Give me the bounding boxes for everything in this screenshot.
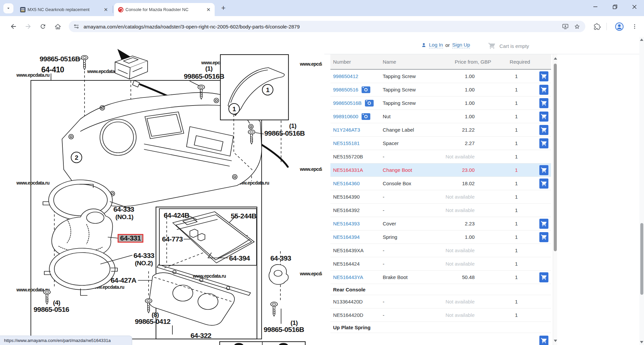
reload-button[interactable] [38, 22, 48, 31]
diagram-label: 64-773 [162, 235, 183, 243]
add-to-cart-button[interactable] [539, 112, 548, 122]
part-name-cell: - [380, 261, 443, 267]
browser-menu-icon[interactable] [630, 22, 639, 31]
part-number: NE5164392 [333, 207, 360, 213]
window-close-button[interactable] [625, 0, 644, 13]
scroll-down-arrow[interactable] [640, 341, 643, 343]
part-name-cell: - [380, 248, 443, 253]
add-to-cart-button[interactable] [539, 232, 548, 242]
table-row: NE5164420D-Not available1 [330, 308, 551, 322]
part-number-link[interactable]: 998650412 [333, 73, 358, 79]
table-row: NE5155181Spacer2.271 [330, 137, 551, 150]
required-cell: 1 [475, 181, 537, 186]
required-cell: 1 [475, 274, 537, 280]
part-number-cell: NE5164390 [330, 194, 380, 200]
home-button[interactable] [53, 22, 62, 31]
photo-icon[interactable] [365, 100, 374, 107]
add-to-cart-button[interactable] [539, 179, 548, 189]
part-number-link[interactable]: 998910600 [333, 114, 358, 119]
add-to-cart-button[interactable] [539, 138, 548, 148]
part-number-link[interactable]: NE5155181 [333, 140, 360, 146]
diagram-part-64-331-highlight[interactable]: 64-331 [118, 234, 143, 242]
extensions-icon[interactable] [592, 22, 602, 31]
table-row: NE5164393Cover2.231 [330, 217, 551, 230]
profile-avatar[interactable] [614, 22, 624, 31]
table-row: 998910600Nut1.001 [330, 110, 551, 123]
add-to-cart-button[interactable] [539, 98, 548, 108]
required-cell: 1 [475, 312, 537, 318]
part-number-link[interactable]: NE5164394 [333, 234, 360, 240]
required-cell: 1 [475, 248, 537, 253]
back-button[interactable] [9, 22, 18, 31]
window-restore-button[interactable] [605, 0, 625, 13]
table-row: NE5164360Console Box18.021 [330, 177, 551, 190]
part-number-link[interactable]: NE516443YA [333, 274, 363, 280]
diagram-label-64-331[interactable]: 64-331 [120, 234, 141, 242]
table-row: NE5164392-Not available1 [330, 204, 551, 217]
site-settings-icon[interactable] [73, 23, 79, 29]
part-number: NE5164424 [333, 261, 360, 267]
window-minimize-button[interactable] [586, 0, 605, 13]
part-name-cell: Tapping Screw [380, 73, 443, 79]
scroll-up-arrow[interactable] [554, 57, 557, 60]
cart-cell [537, 98, 551, 108]
new-tab-button[interactable]: + [219, 3, 228, 13]
add-to-cart-button[interactable] [539, 219, 548, 229]
part-number-link[interactable]: 998650516 [333, 87, 358, 92]
section-title: Rear Console [333, 287, 366, 292]
diagram-label: 99865-0516B [40, 55, 80, 63]
add-to-cart-button[interactable] [539, 272, 548, 282]
url-text[interactable]: amayama.com/en/catalogs/mazda/roadster/3… [84, 24, 562, 29]
column-header-required: Required [503, 59, 537, 65]
address-bar[interactable]: amayama.com/en/catalogs/mazda/roadster/3… [69, 21, 585, 32]
add-to-cart-button[interactable] [539, 85, 548, 95]
table-row: NE5155720B-Not available1 [330, 150, 551, 163]
part-number-link[interactable]: N1Y246AT3 [333, 127, 360, 133]
diagram-label: 99865-0516 [34, 305, 69, 313]
tab-mx5-gearknob[interactable]: MX5 NC Gearknob replacement ✕ [16, 3, 112, 16]
forward-button[interactable] [23, 22, 33, 31]
page-scrollbar[interactable] [639, 37, 644, 345]
part-number-link[interactable]: NE5164393 [333, 221, 360, 226]
circled-number-1: 1 [232, 106, 236, 113]
part-number-link[interactable]: NE5164360 [333, 181, 360, 186]
tab-search-button[interactable] [3, 3, 13, 13]
add-to-cart-button[interactable] [539, 125, 548, 135]
bookmark-star-icon[interactable] [574, 23, 581, 30]
tab-close-icon[interactable]: ✕ [103, 7, 109, 12]
add-to-cart-button[interactable] [539, 165, 548, 175]
part-name-cell: Brake Boot [380, 274, 443, 280]
circled-number-2: 2 [75, 154, 78, 161]
watermark: www.epcdata.ru [16, 180, 49, 186]
part-number-cell: NE5164394 [330, 234, 380, 240]
table-scrollbar[interactable] [553, 54, 557, 345]
cart-cell [537, 85, 551, 95]
table-row: NE516443YABrake Boot50.481 [330, 271, 551, 284]
scroll-down-arrow[interactable] [554, 340, 557, 342]
cart-cell [537, 125, 551, 135]
part-number-cell: NE5164393 [330, 221, 380, 226]
part-number-link[interactable]: 998650516B [333, 100, 362, 106]
install-app-icon[interactable] [562, 23, 569, 30]
add-to-cart-button[interactable] [539, 336, 548, 345]
diagram-label: (1) [290, 319, 298, 326]
part-name-cell: Change Label [380, 127, 443, 133]
add-to-cart-button[interactable] [539, 71, 548, 81]
scrollbar-thumb[interactable] [554, 64, 557, 251]
cart-cell [537, 179, 551, 189]
tab-close-icon[interactable]: ✕ [206, 7, 211, 12]
photo-icon[interactable] [362, 113, 370, 120]
chevron-down-icon [6, 6, 11, 11]
scrollbar-thumb[interactable] [640, 223, 643, 295]
part-number-link[interactable]: NE5164331A [333, 167, 363, 173]
diagram-label: 64-333 [133, 252, 154, 259]
login-link[interactable]: Log In [429, 42, 443, 48]
table-row: 998650412Tapping Screw1.001 [330, 70, 551, 83]
tab-console-mazda-active[interactable]: Console for Mazda Roadster NC ✕ [114, 3, 215, 16]
signup-link[interactable]: Sign Up [452, 42, 470, 48]
scroll-up-arrow[interactable] [640, 39, 643, 41]
part-number-cell: NE5164420D [330, 312, 380, 318]
part-name-cell: Spring [380, 234, 443, 240]
required-cell: 1 [475, 221, 537, 226]
photo-icon[interactable] [362, 86, 370, 93]
